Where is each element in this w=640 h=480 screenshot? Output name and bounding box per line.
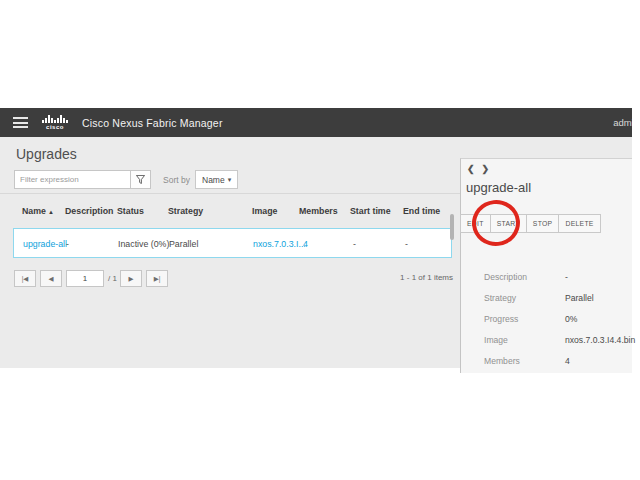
- cisco-bars-icon: [42, 115, 68, 123]
- field-label-progress: Progress: [484, 314, 518, 324]
- row-start-time: -: [353, 239, 356, 249]
- page-title: Upgrades: [16, 146, 77, 162]
- divider: [0, 193, 460, 194]
- items-count-label: 1 - 1 of 1 items: [353, 273, 453, 282]
- column-header-description[interactable]: Description: [65, 206, 113, 216]
- field-value-progress: 0%: [565, 314, 577, 324]
- column-header-start-time[interactable]: Start time: [350, 206, 391, 216]
- top-bar: cisco Cisco Nexus Fabric Manager admin: [0, 108, 632, 137]
- field-value-description: -: [565, 272, 568, 282]
- app-frame: cisco Cisco Nexus Fabric Manager admin U…: [0, 0, 640, 480]
- page-first-button[interactable]: |◀: [14, 270, 36, 287]
- sort-by-label: Sort by: [163, 175, 190, 185]
- page-of-label: / 1: [108, 274, 117, 283]
- filter-button[interactable]: [130, 170, 151, 189]
- field-value-image-link[interactable]: nxos.7.0.3.I4.4.bin: [565, 335, 635, 345]
- sort-asc-icon: ▲: [48, 209, 54, 215]
- edit-button[interactable]: EDIT: [460, 214, 491, 233]
- menu-icon[interactable]: [13, 117, 28, 128]
- page-last-button[interactable]: ▶|: [146, 270, 168, 287]
- page-number-input[interactable]: [66, 270, 104, 287]
- cisco-wordmark: cisco: [46, 124, 64, 130]
- panel-title: upgrade-all: [466, 180, 531, 195]
- scrollbar-thumb[interactable]: [450, 214, 454, 240]
- row-name-link[interactable]: upgrade-all: [23, 239, 67, 249]
- stop-button[interactable]: STOP: [527, 214, 560, 233]
- panel-nav: ❮ ❯: [467, 164, 489, 174]
- column-header-name[interactable]: Name▲: [22, 206, 54, 216]
- app-title: Cisco Nexus Fabric Manager: [82, 117, 223, 129]
- column-header-status[interactable]: Status: [117, 206, 144, 216]
- chevron-down-icon: ▾: [228, 176, 232, 184]
- filter-icon: [136, 175, 145, 184]
- row-end-time: -: [405, 239, 408, 249]
- row-description: -: [66, 239, 69, 249]
- column-header-end-time[interactable]: End time: [403, 206, 440, 216]
- sort-dropdown[interactable]: Name ▾: [195, 170, 238, 189]
- column-header-image[interactable]: Image: [252, 206, 277, 216]
- row-strategy: Parallel: [169, 239, 198, 249]
- row-image-link[interactable]: nxos.7.0.3.I...: [253, 239, 306, 249]
- delete-button[interactable]: DELETE: [559, 214, 600, 233]
- sort-dropdown-value: Name: [202, 175, 225, 185]
- field-label-image: Image: [484, 335, 508, 345]
- table-row[interactable]: upgrade-all - Inactive (0%) Parallel nxo…: [13, 228, 452, 258]
- next-item-icon[interactable]: ❯: [482, 164, 490, 174]
- column-header-strategy[interactable]: Strategy: [168, 206, 203, 216]
- prev-item-icon[interactable]: ❮: [467, 164, 475, 174]
- field-value-members: 4: [565, 356, 570, 366]
- field-label-description: Description: [484, 272, 527, 282]
- filter-input[interactable]: [14, 170, 131, 189]
- page-next-button[interactable]: ▶: [120, 270, 142, 287]
- field-value-strategy: Parallel: [565, 293, 594, 303]
- row-members-link[interactable]: 4: [303, 239, 308, 249]
- field-label-members: Members: [484, 356, 520, 366]
- column-header-members[interactable]: Members: [299, 206, 338, 216]
- page-prev-button[interactable]: ◀: [40, 270, 62, 287]
- field-label-strategy: Strategy: [484, 293, 516, 303]
- start-button[interactable]: START: [491, 214, 527, 233]
- cisco-logo: cisco: [42, 115, 68, 130]
- panel-actions: EDIT START STOP DELETE: [460, 214, 601, 233]
- user-menu[interactable]: admin: [613, 117, 632, 128]
- row-status: Inactive (0%): [118, 239, 169, 249]
